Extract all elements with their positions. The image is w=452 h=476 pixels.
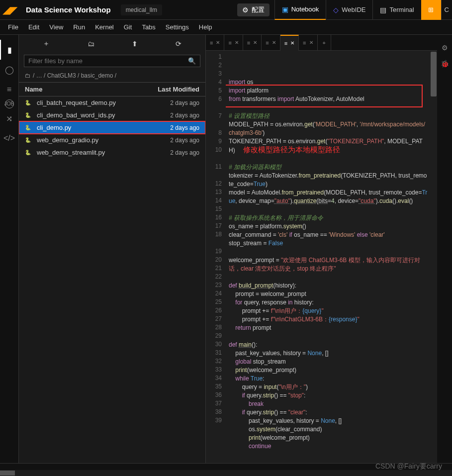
app-logo-icon: ◢◤: [0, 0, 20, 20]
file-row[interactable]: 🐍web_demo_gradio.py2 days ago: [19, 134, 205, 146]
file-row[interactable]: 🐍web_demo_streamlit.py2 days ago: [19, 146, 205, 159]
file-browser: ＋ 🗂 ⬆ ⟳ 🔍 🗀 / … / ChatGLM3 / basic_demo …: [19, 35, 206, 463]
python-icon: 🐍: [25, 150, 34, 155]
file-date: 2 days ago: [170, 124, 199, 131]
refresh-icon[interactable]: ⟳: [171, 38, 186, 50]
gear-icon: ⚙: [242, 6, 249, 14]
hscroll-track[interactable]: [0, 470, 452, 476]
file-name: cli_batch_request_demo.py: [37, 99, 170, 106]
file-name: web_demo_gradio.py: [37, 136, 170, 144]
file-date: 2 days ago: [170, 137, 199, 144]
close-icon[interactable]: ✕: [235, 40, 239, 45]
app-switcher-icon[interactable]: ⊞: [421, 0, 441, 20]
file-date: 2 days ago: [170, 112, 199, 119]
python-icon: 🐍: [25, 125, 34, 130]
gutter: 123456 7 8910 11 12131415161718 19202122…: [206, 51, 226, 463]
close-icon[interactable]: ✕: [253, 40, 257, 45]
menu-kernel[interactable]: Kernel: [90, 23, 119, 31]
title-bar: ◢◤ Data Science Workshop medical_llm ⚙配置…: [0, 0, 452, 20]
col-name[interactable]: Name: [25, 86, 158, 93]
search-icon: 🔍: [188, 57, 196, 65]
editor-tab-bar: ≡✕≡✕≡✕≡✕≡✕≡✕+: [206, 35, 437, 51]
new-tab-button[interactable]: +: [318, 35, 331, 51]
file-row[interactable]: 🐍cli_demo.py2 days ago: [19, 121, 205, 134]
terminal-icon: ▤: [380, 6, 386, 14]
file-name: cli_demo.py: [37, 124, 170, 131]
status-bar: [0, 463, 452, 476]
shuffle-icon[interactable]: ⤨: [0, 108, 19, 128]
filter-box[interactable]: 🔍: [24, 55, 200, 67]
code-editor[interactable]: import osimport platformfrom transformer…: [226, 51, 437, 463]
menu-view[interactable]: View: [44, 23, 68, 31]
file-row[interactable]: 🐍cli_demo_bad_word_ids.py2 days ago: [19, 109, 205, 121]
new-launcher-icon[interactable]: ＋: [38, 37, 55, 50]
editor-tab[interactable]: ≡✕: [206, 35, 224, 51]
tab-terminal[interactable]: ▤Terminal: [372, 0, 421, 20]
menu-tabs[interactable]: Tabs: [137, 23, 160, 31]
project-name[interactable]: medical_llm: [121, 4, 162, 15]
vscroll-thumb[interactable]: [431, 52, 437, 96]
menu-edit[interactable]: Edit: [23, 23, 44, 31]
editor-tab[interactable]: ≡✕: [262, 35, 280, 51]
menu-settings[interactable]: Settings: [161, 23, 194, 31]
close-icon[interactable]: ✕: [309, 40, 313, 45]
menu-run[interactable]: Run: [68, 23, 90, 31]
code-icon[interactable]: </>: [0, 128, 19, 148]
python-icon: 🐍: [25, 137, 34, 143]
editor-tab[interactable]: ≡✕: [299, 35, 317, 51]
folder-icon: 🗀: [25, 72, 31, 79]
col-modified[interactable]: Last Modified: [158, 86, 199, 93]
editor-tab[interactable]: ≡✕: [280, 35, 299, 51]
file-date: 2 days ago: [170, 99, 199, 106]
close-icon[interactable]: ✕: [272, 40, 276, 45]
config-button[interactable]: ⚙配置: [237, 3, 270, 16]
python-icon: 🐍: [25, 100, 34, 105]
file-list: 🐍cli_batch_request_demo.py2 days ago🐍cli…: [19, 96, 205, 463]
breadcrumb[interactable]: 🗀 / … / ChatGLM3 / basic_demo /: [19, 69, 205, 82]
tab-notebook[interactable]: ▣Notebook: [274, 0, 326, 20]
filter-input[interactable]: [28, 57, 188, 65]
close-icon[interactable]: ✕: [290, 40, 294, 46]
close-icon[interactable]: ✕: [216, 40, 220, 45]
files-icon[interactable]: ▮: [0, 40, 19, 60]
tab-icon: ≡: [284, 40, 287, 46]
tab-icon: ≡: [247, 40, 250, 46]
menu-file[interactable]: File: [3, 23, 23, 31]
tab-icon: ≡: [266, 40, 269, 46]
right-rail: ⚙ 🐞: [437, 35, 452, 463]
menu-help[interactable]: Help: [194, 23, 217, 31]
file-row[interactable]: 🐍cli_batch_request_demo.py2 days ago: [19, 96, 205, 109]
editor-area: ≡✕≡✕≡✕≡✕≡✕≡✕+ 123456 7 8910 11 121314151…: [206, 35, 437, 463]
collapse-button[interactable]: C: [441, 0, 452, 20]
tab-icon: ≡: [210, 40, 213, 46]
editor-tab[interactable]: ≡✕: [224, 35, 243, 51]
toc-icon[interactable]: ≡: [0, 80, 19, 99]
tab-webide[interactable]: ◇WebIDE: [326, 0, 372, 20]
tab-icon: ≡: [303, 40, 306, 46]
menu-bar: FileEditViewRunKernelGitTabsSettingsHelp: [0, 20, 452, 35]
debug-icon[interactable]: 🐞: [441, 60, 449, 68]
vscroll-track[interactable]: [430, 51, 437, 463]
workspace-title: Data Science Workshop: [20, 5, 117, 14]
new-folder-icon[interactable]: 🗂: [83, 38, 99, 50]
activity-bar: ▮ ◯ ≡ JOB ⤨ </>: [0, 35, 19, 463]
upload-icon[interactable]: ⬆: [127, 38, 143, 50]
file-name: cli_demo_bad_word_ids.py: [37, 111, 170, 119]
hscroll-thumb[interactable]: [0, 471, 15, 476]
property-icon[interactable]: ⚙: [442, 44, 448, 52]
editor-tab[interactable]: ≡✕: [243, 35, 262, 51]
menu-git[interactable]: Git: [119, 23, 137, 31]
file-name: web_demo_streamlit.py: [37, 149, 170, 156]
jobs-icon[interactable]: JOB: [5, 99, 14, 108]
webide-icon: ◇: [333, 6, 339, 14]
running-icon[interactable]: ◯: [0, 60, 19, 80]
tab-icon: ≡: [228, 40, 231, 46]
file-date: 2 days ago: [170, 149, 199, 156]
python-icon: 🐍: [25, 112, 34, 118]
notebook-icon: ▣: [282, 5, 288, 13]
